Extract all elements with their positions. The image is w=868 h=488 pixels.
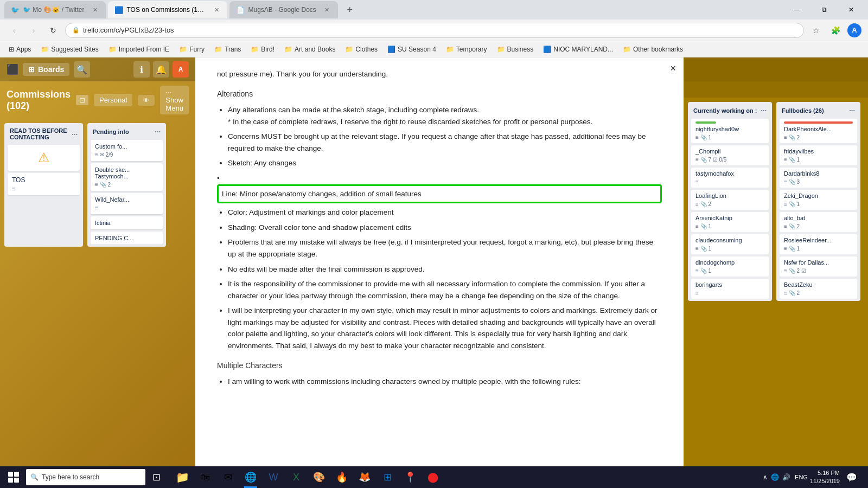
col4-meta-2: ≡ 📎 3 xyxy=(784,179,800,185)
col3-card-dino[interactable]: dinodogchomp ≡ 📎 1 xyxy=(691,256,769,277)
url-bar[interactable]: 🔒 trello.com/c/yPGLfxBz/23-tos xyxy=(65,23,804,38)
trello-card-custom[interactable]: Custom fo... ≡ ✉ 2/9 xyxy=(91,140,163,161)
trello-card-tos[interactable]: TOS ≡ xyxy=(8,173,80,195)
bookmark-temp[interactable]: 📁 Temporary xyxy=(442,44,492,55)
doc-section1-title: Alterations xyxy=(217,88,662,100)
taskbar-store[interactable]: 🛍 xyxy=(194,466,216,488)
bookmark-su-label: SU Season 4 xyxy=(398,46,436,53)
restore-button[interactable]: ⧉ xyxy=(812,1,837,18)
col4-card-beast[interactable]: BeastZeku ≡ 📎 2 xyxy=(780,279,857,299)
col3-card-boring[interactable]: boringarts ≡ xyxy=(691,279,769,299)
bookmark-clothes[interactable]: 📁 Clothes xyxy=(341,44,382,55)
notification-center[interactable]: 💬 xyxy=(842,466,861,488)
tray-network-icon[interactable]: 🌐 xyxy=(771,473,779,481)
trello-search-button[interactable]: 🔍 xyxy=(74,61,90,78)
col3-card-tasty-text: tastymochafox xyxy=(695,170,764,177)
trello-card-wild[interactable]: Wild_Nefar... ≡ xyxy=(91,193,163,214)
profile-avatar[interactable]: A xyxy=(847,23,861,37)
boards-icon: ⊞ xyxy=(28,65,35,74)
extension-puzzle[interactable]: 🧩 xyxy=(828,23,843,38)
tab-docs-close[interactable]: ✕ xyxy=(323,5,331,14)
bookmark-artbooks[interactable]: 📁 Art and Books xyxy=(280,44,340,55)
new-tab-button[interactable]: + xyxy=(342,2,358,17)
board-title: Commissions (102) xyxy=(7,89,71,112)
task-view-button[interactable]: ⊡ xyxy=(146,466,166,488)
taskbar-app7[interactable]: 🔥 xyxy=(331,466,353,488)
list4-menu[interactable]: ··· xyxy=(849,106,855,114)
bookmark-bird[interactable]: 📁 Bird! xyxy=(246,44,279,55)
follow-button[interactable]: 👁 xyxy=(138,95,155,106)
taskbar-excel[interactable]: X xyxy=(285,466,307,488)
boards-button[interactable]: ⊞ Boards xyxy=(23,63,69,76)
col3-card-loafing[interactable]: LoafingLion ≡ 📎 2 xyxy=(691,190,769,210)
tab-trello[interactable]: 🟦 TOS on Commissions (102) | Trell... ✕ xyxy=(108,1,227,18)
taskbar-word[interactable]: W xyxy=(263,466,284,488)
col4-card-dardar[interactable]: Dardarbinks8 ≡ 📎 3 xyxy=(780,168,857,188)
back-button[interactable]: ‹ xyxy=(7,23,22,38)
bookmark-star[interactable]: ☆ xyxy=(808,23,824,38)
col4-card-nsfw[interactable]: Nsfw for Dallas... ≡ 📎 2 ☑ xyxy=(780,256,857,277)
taskbar-app11[interactable]: ⬤ xyxy=(422,466,444,488)
minimize-button[interactable]: — xyxy=(784,1,809,18)
bookmark-nioc[interactable]: 🟦 NIOC MARYLAND... xyxy=(539,44,617,55)
bookmark-trans[interactable]: 📁 Trans xyxy=(210,44,245,55)
taskbar-mail[interactable]: ✉ xyxy=(217,466,239,488)
tab-twitter-close[interactable]: ✕ xyxy=(91,5,99,14)
list2-menu[interactable]: ··· xyxy=(155,127,161,136)
tab-trello-close[interactable]: ✕ xyxy=(212,5,221,14)
start-button[interactable] xyxy=(2,466,25,488)
col3-card-arsenic[interactable]: ArsenicKatnip ≡ 📎 1 xyxy=(691,212,769,232)
taskbar-app10[interactable]: 📍 xyxy=(399,466,421,488)
taskbar-clock[interactable]: 5:16 PM 11/25/2019 xyxy=(810,469,840,486)
bookmark-imported[interactable]: 📁 Imported From IE xyxy=(104,44,174,55)
bookmark-suggested[interactable]: 📁 Suggested Sites xyxy=(36,44,103,55)
trello-notification-button[interactable]: 🔔 xyxy=(153,61,169,78)
personal-button[interactable]: Personal xyxy=(94,94,132,106)
bookmark-other[interactable]: 📁 Other bookmarks xyxy=(618,44,687,55)
trello-card-double[interactable]: Double ske... Tastymoch... ≡ 📎 2 xyxy=(91,163,163,191)
trello-card-pending[interactable]: PENDING C... xyxy=(91,232,163,245)
bookmark-furry[interactable]: 📁 Furry xyxy=(175,44,209,55)
col3-card-nightfury[interactable]: nightfuryshad0w ≡ 📎 1 xyxy=(691,119,769,143)
card-custom-meta: ≡ ✉ 2/9 xyxy=(95,152,113,158)
col4-card-alto-text: alto_bat xyxy=(784,215,853,221)
close-button[interactable]: ✕ xyxy=(839,1,864,18)
list3-menu[interactable]: ··· xyxy=(761,106,767,114)
col4-card-alto[interactable]: alto_bat ≡ 📎 2 xyxy=(780,212,857,232)
taskbar-app6[interactable]: 🎨 xyxy=(308,466,330,488)
col4-card-rosie[interactable]: RosieeReindeer... ≡ 📎 1 xyxy=(780,234,857,254)
taskbar-search[interactable]: 🔍 Type here to search xyxy=(26,469,145,485)
tab-docs[interactable]: 📄 MugsAB - Google Docs ✕ xyxy=(229,1,337,18)
col4-card-darkpheonix[interactable]: DarkPheonixAle... ≡ 📎 2 xyxy=(780,119,857,143)
taskbar-file-explorer[interactable]: 📁 xyxy=(171,466,193,488)
tray-up-arrow[interactable]: ∧ xyxy=(763,473,768,481)
document-close-button[interactable]: × xyxy=(670,63,676,74)
bookmark-apps[interactable]: ⊞ Apps xyxy=(4,44,35,55)
forward-button[interactable]: › xyxy=(26,23,41,38)
bookmark-business[interactable]: 📁 Business xyxy=(493,44,538,55)
taskbar-app9[interactable]: ⊞ xyxy=(376,466,398,488)
col3-card-claude[interactable]: claudeconsuming ≡ 📎 1 xyxy=(691,234,769,254)
doc-item-3-highlighted: •Line: Minor pose/anatomy changes, addit… xyxy=(217,172,662,203)
taskbar-chrome[interactable]: 🌐 xyxy=(240,466,261,488)
tray-volume-icon[interactable]: 🔊 xyxy=(782,473,790,481)
trello-card-ictinia[interactable]: Ictinia xyxy=(91,216,163,229)
list1-menu[interactable]: ··· xyxy=(72,130,78,138)
document-panel[interactable]: × not pressure me). Thank you for your u… xyxy=(195,57,684,488)
taskbar-firefox[interactable]: 🦊 xyxy=(354,466,375,488)
show-menu-button[interactable]: ··· Show Menu xyxy=(160,86,189,114)
trello-card-warning[interactable]: ⚠ xyxy=(8,145,80,171)
col4-card-friday[interactable]: fridayviibes ≡ 📎 1 xyxy=(780,145,857,165)
bookmark-su[interactable]: 🟦 SU Season 4 xyxy=(383,44,441,55)
col4-card-zeki[interactable]: Zeki_Dragon ≡ 📎 1 xyxy=(780,190,857,210)
reload-button[interactable]: ↻ xyxy=(46,23,61,38)
col3-card-tasty[interactable]: tastymochafox ≡ xyxy=(691,168,769,188)
bookmark-bird-label: Bird! xyxy=(261,46,275,53)
list3-title: Currently working on : xyxy=(693,107,757,114)
trello-avatar[interactable]: A xyxy=(173,61,189,78)
tab-twitter[interactable]: 🐦 🐦 Mo 🎨🐱 / Twitter ✕ xyxy=(4,1,106,18)
url-text: trello.com/c/yPGLfxBz/23-tos xyxy=(83,26,174,34)
bookmark-imported-label: Imported From IE xyxy=(119,46,169,53)
trello-info-button[interactable]: ℹ xyxy=(133,61,150,78)
col3-card-chompii[interactable]: _Chompii ≡ 📎 7 ☑ 0/5 xyxy=(691,145,769,165)
